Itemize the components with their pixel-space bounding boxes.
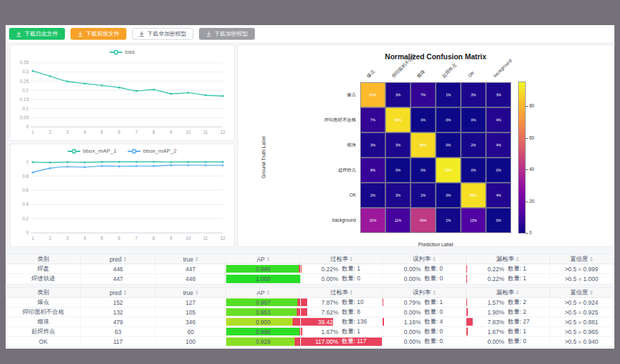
matrix-cell-value: 1%: [445, 218, 450, 222]
matrix-cell: 32%: [360, 208, 385, 233]
x-tick-label: 12: [220, 130, 226, 135]
data-point: [187, 164, 189, 166]
sort-caret-icon[interactable]: [195, 257, 198, 261]
legend-item-loss[interactable]: loss: [110, 49, 135, 55]
column-header-confidence[interactable]: 置信度: [550, 255, 614, 264]
cell-ap: 0.953: [226, 308, 301, 317]
rate-percent: 0.00%: [383, 338, 420, 345]
ap-label: 1.000: [256, 275, 270, 282]
cell-ap: 0.967: [226, 298, 301, 307]
sort-desc-icon: [433, 259, 436, 261]
rate-count: 数量: 1: [425, 298, 466, 307]
ap-label: 0.967: [256, 299, 270, 306]
table-header-row: 类别predtrueAP过检率误判率漏检率置信度: [6, 288, 614, 298]
y-tick-label: 0.6: [22, 188, 29, 192]
column-header-true[interactable]: true: [156, 288, 226, 297]
column-header-true[interactable]: true: [156, 255, 226, 264]
download-encrypted-model-button[interactable]: 下载加密模型: [199, 28, 255, 40]
column-header-misjudge-rate[interactable]: 误判率: [383, 255, 466, 264]
matrix-col-label: 熔珠: [416, 68, 427, 79]
sort-asc-icon: [516, 257, 519, 259]
cell-ap: 0.996: [226, 327, 301, 336]
sort-caret-icon[interactable]: [350, 290, 353, 295]
legend-item-bbox_mAP_1[interactable]: bbox_mAP_1: [68, 148, 117, 154]
legend-item-bbox_mAP_2[interactable]: bbox_mAP_2: [128, 148, 177, 154]
chart-legend: loss: [10, 49, 234, 55]
sort-caret-icon[interactable]: [433, 290, 436, 295]
sort-caret-icon[interactable]: [590, 290, 593, 295]
matrix-col-label: 爆点: [366, 68, 377, 79]
column-header-label: 置信度: [570, 255, 589, 264]
column-header-over-rate[interactable]: 过检率: [301, 288, 383, 297]
series-line-bbox_mAP_2: [33, 165, 223, 172]
sort-desc-icon: [516, 259, 519, 261]
rate-text: 0.00%数量: 0: [383, 308, 465, 317]
y-tick-label: 0.8: [22, 174, 29, 179]
matrix-cell-value: 0%: [445, 193, 450, 197]
sort-caret-icon[interactable]: [195, 290, 198, 295]
rate-text: 0.22%数量: 1: [466, 265, 549, 273]
matrix-cell-value: 3%: [471, 93, 475, 97]
confidence-value: >0.5 = 0.881: [565, 319, 598, 326]
sort-caret-icon[interactable]: [516, 290, 519, 295]
ap-value: 0.929: [226, 338, 300, 345]
column-header-misjudge-rate[interactable]: 误判率: [383, 288, 466, 297]
data-point: [49, 167, 51, 169]
matrix-cell: 0%: [411, 107, 436, 132]
cell-over-rate: 117.00%数量: 117: [301, 337, 383, 347]
column-header-miss-rate[interactable]: 漏检率: [466, 288, 550, 297]
column-header-category: 类别: [6, 288, 81, 297]
rate-count: 数量: 27: [508, 318, 549, 326]
cell-ap: 0.986: [226, 264, 301, 273]
matrix-cell: 89%: [385, 107, 411, 132]
download-log-file-button[interactable]: 下载日志文件: [9, 28, 65, 40]
matrix-cell: 7%: [411, 82, 436, 107]
column-header-miss-rate[interactable]: 漏检率: [466, 255, 550, 264]
column-header-pred[interactable]: pred: [81, 255, 156, 264]
sort-desc-icon: [590, 259, 593, 261]
rate-count: 数量: 1: [341, 265, 382, 273]
matrix-cell-value: 7%: [370, 118, 375, 122]
matrix-cell: 1%: [436, 82, 461, 107]
sort-caret-icon[interactable]: [124, 257, 126, 261]
data-point: [135, 90, 138, 92]
sort-desc-icon: [516, 293, 519, 295]
data-point: [118, 161, 120, 163]
column-header-ap[interactable]: AP: [226, 255, 301, 264]
category-label: OK: [39, 338, 47, 345]
download-unencrypted-model-button[interactable]: 下载非加密模型: [132, 28, 193, 40]
cell-ap: 0.900: [226, 317, 301, 326]
column-header-over-rate[interactable]: 过检率: [301, 255, 383, 264]
matrix-cell: 0%: [486, 208, 511, 233]
cell-true: 100: [156, 337, 226, 347]
sort-caret-icon[interactable]: [124, 290, 126, 295]
download-report-file-button[interactable]: 下载简报文件: [71, 28, 126, 40]
sort-caret-icon[interactable]: [267, 290, 270, 295]
sort-caret-icon[interactable]: [433, 257, 436, 261]
sort-caret-icon[interactable]: [267, 257, 270, 261]
rate-count: 数量: 136: [341, 318, 382, 326]
column-header-pred[interactable]: pred: [81, 288, 156, 297]
rate-text: 0.79%数量: 1: [383, 298, 465, 307]
table-row: 焊缝轨迹4474481.0000.00%数量: 00.00%数量: 00.22%…: [6, 274, 614, 284]
rate-count: 数量: 0: [425, 265, 466, 273]
column-header-ap[interactable]: AP: [226, 288, 301, 297]
matrix-cell-value: 92%: [445, 168, 452, 172]
cell-confidence: >0.5 = 0.924: [550, 298, 614, 307]
sort-caret-icon[interactable]: [350, 257, 353, 261]
column-header-label: 误判率: [413, 255, 431, 264]
column-header-confidence[interactable]: 置信度: [550, 288, 614, 297]
true-value: 60: [187, 328, 193, 335]
confidence-value: >0.5 = 0.925: [565, 309, 598, 316]
y-tick-label: 0.1: [22, 106, 29, 111]
sort-caret-icon[interactable]: [516, 257, 519, 261]
column-header-label: pred: [110, 256, 121, 263]
data-point: [49, 162, 51, 164]
matrix-cell: 0%: [385, 158, 411, 183]
table-row: 焊印面积不合格1321050.9537.62%数量: 80.00%数量: 01.…: [6, 308, 614, 317]
sort-asc-icon: [433, 257, 436, 259]
matrix-cell-value: 3%: [395, 143, 400, 147]
x-tick-label: 6: [118, 130, 121, 135]
rate-text: 0.00%数量: 0: [301, 275, 382, 283]
sort-caret-icon[interactable]: [590, 257, 593, 261]
